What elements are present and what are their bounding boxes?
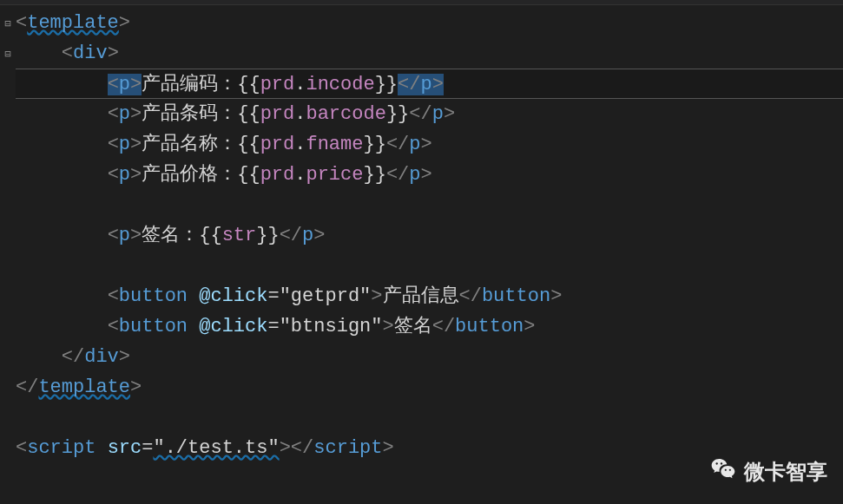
code-line[interactable]: <script src="./test.ts"></script>: [16, 433, 843, 463]
code-line[interactable]: <p>产品条码：{{prd.barcode}}</p>: [16, 99, 843, 129]
code-line[interactable]: <p>产品价格：{{prd.price}}</p>: [16, 160, 843, 190]
code-line[interactable]: <p>签名：{{str}}</p>: [16, 220, 843, 251]
fold-toggle[interactable]: ⊟: [0, 10, 16, 40]
code-area[interactable]: <template> <div> <p>产品编码：{{prd.incode}}<…: [16, 5, 843, 465]
code-line[interactable]: <button @click="btnsign">签名</button>: [16, 311, 843, 342]
code-line[interactable]: [16, 403, 843, 433]
code-line[interactable]: <p>产品名称：{{prd.fname}}</p>: [16, 129, 843, 160]
code-line[interactable]: </template>: [16, 372, 843, 403]
code-line[interactable]: <template>: [16, 8, 843, 38]
code-line[interactable]: [16, 251, 843, 281]
code-line-selected[interactable]: <p>产品编码：{{prd.incode}}</p>: [16, 69, 843, 99]
fold-toggle[interactable]: ⊟: [0, 40, 16, 70]
code-editor[interactable]: ⊟ ⊟ <template> <div> <p>产品编码：{{prd.incod…: [0, 5, 843, 465]
fold-gutter[interactable]: ⊟ ⊟: [0, 5, 16, 465]
code-line[interactable]: </div>: [16, 342, 843, 372]
code-line[interactable]: <div>: [16, 38, 843, 69]
code-line[interactable]: [16, 190, 843, 220]
code-line[interactable]: <button @click="getprd">产品信息</button>: [16, 281, 843, 311]
